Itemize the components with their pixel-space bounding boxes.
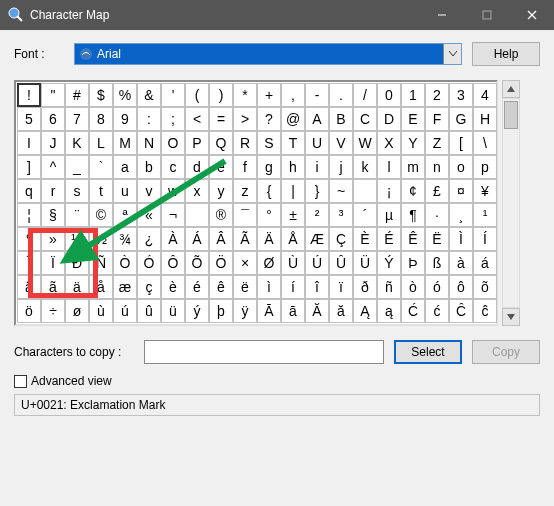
char-cell[interactable]: A bbox=[305, 107, 329, 131]
char-cell[interactable]: . bbox=[329, 83, 353, 107]
char-cell[interactable]: I bbox=[17, 131, 41, 155]
char-cell[interactable]: ã bbox=[41, 275, 65, 299]
char-cell[interactable]: # bbox=[65, 83, 89, 107]
char-cell[interactable]: n bbox=[425, 155, 449, 179]
char-cell[interactable]: Ñ bbox=[89, 251, 113, 275]
char-cell[interactable]: 0 bbox=[377, 83, 401, 107]
char-cell[interactable]: ć bbox=[425, 299, 449, 323]
char-cell[interactable]: T bbox=[281, 131, 305, 155]
char-cell[interactable]: ā bbox=[281, 299, 305, 323]
char-cell[interactable]: Ă bbox=[305, 299, 329, 323]
char-cell[interactable]: Æ bbox=[305, 227, 329, 251]
char-cell[interactable]: : bbox=[137, 107, 161, 131]
char-cell[interactable]: þ bbox=[209, 299, 233, 323]
char-cell[interactable]: « bbox=[137, 203, 161, 227]
char-cell[interactable]: J bbox=[41, 131, 65, 155]
char-cell[interactable]: § bbox=[41, 203, 65, 227]
char-cell[interactable]: ® bbox=[209, 203, 233, 227]
char-cell[interactable]: ¬ bbox=[161, 203, 185, 227]
char-cell[interactable]: S bbox=[257, 131, 281, 155]
char-cell[interactable]: > bbox=[233, 107, 257, 131]
char-cell[interactable]: x bbox=[185, 179, 209, 203]
char-cell[interactable]: ' bbox=[161, 83, 185, 107]
char-cell[interactable]: y bbox=[209, 179, 233, 203]
char-cell[interactable]: ] bbox=[17, 155, 41, 179]
char-cell[interactable]: + bbox=[257, 83, 281, 107]
scroll-up-icon[interactable] bbox=[502, 80, 520, 98]
char-cell[interactable]: Ë bbox=[425, 227, 449, 251]
char-cell[interactable]: ê bbox=[209, 275, 233, 299]
char-cell[interactable]: ? bbox=[257, 107, 281, 131]
char-cell[interactable]: ª bbox=[113, 203, 137, 227]
char-cell[interactable]: r bbox=[41, 179, 65, 203]
scroll-thumb[interactable] bbox=[504, 101, 518, 129]
char-cell[interactable]: Í bbox=[473, 227, 497, 251]
char-cell[interactable]: K bbox=[65, 131, 89, 155]
char-cell[interactable]: V bbox=[329, 131, 353, 155]
char-cell[interactable]: B bbox=[329, 107, 353, 131]
char-cell[interactable]: Y bbox=[401, 131, 425, 155]
char-cell[interactable]: w bbox=[161, 179, 185, 203]
char-cell[interactable]: ¶ bbox=[401, 203, 425, 227]
char-cell[interactable]: G bbox=[449, 107, 473, 131]
char-cell[interactable]: Ï bbox=[41, 251, 65, 275]
char-cell[interactable]: Ĉ bbox=[449, 299, 473, 323]
char-cell[interactable]: 2 bbox=[425, 83, 449, 107]
char-cell[interactable]: ¥ bbox=[473, 179, 497, 203]
char-cell[interactable]: ý bbox=[185, 299, 209, 323]
char-cell[interactable]: , bbox=[281, 83, 305, 107]
char-cell[interactable]: ó bbox=[425, 275, 449, 299]
char-cell[interactable]: O bbox=[161, 131, 185, 155]
char-cell[interactable]: - bbox=[305, 83, 329, 107]
char-cell[interactable]: Ì bbox=[449, 227, 473, 251]
char-cell[interactable]: Î bbox=[17, 251, 41, 275]
char-cell[interactable]: Ã bbox=[233, 227, 257, 251]
char-cell[interactable]: ï bbox=[329, 275, 353, 299]
char-cell[interactable]: Å bbox=[281, 227, 305, 251]
char-cell[interactable]: µ bbox=[377, 203, 401, 227]
char-cell[interactable]: H bbox=[473, 107, 497, 131]
char-cell[interactable]: _ bbox=[65, 155, 89, 179]
char-cell[interactable]: q bbox=[17, 179, 41, 203]
char-cell[interactable]: j bbox=[329, 155, 353, 179]
char-cell[interactable]: ä bbox=[65, 275, 89, 299]
char-cell[interactable]: Û bbox=[329, 251, 353, 275]
char-cell[interactable]: 5 bbox=[17, 107, 41, 131]
char-cell[interactable]: à bbox=[449, 251, 473, 275]
char-cell[interactable]: Ô bbox=[161, 251, 185, 275]
char-cell[interactable]: © bbox=[89, 203, 113, 227]
char-cell[interactable]: ¦ bbox=[17, 203, 41, 227]
char-cell[interactable]: l bbox=[377, 155, 401, 179]
char-cell[interactable]: ø bbox=[65, 299, 89, 323]
char-cell[interactable]: f bbox=[233, 155, 257, 179]
char-cell[interactable]: Z bbox=[425, 131, 449, 155]
char-cell[interactable]: ÿ bbox=[233, 299, 257, 323]
char-cell[interactable]: F bbox=[425, 107, 449, 131]
char-cell[interactable]: 6 bbox=[41, 107, 65, 131]
maximize-button[interactable] bbox=[464, 0, 509, 30]
char-cell[interactable]: Ç bbox=[329, 227, 353, 251]
char-cell[interactable]: ~ bbox=[329, 179, 353, 203]
char-cell[interactable]: ^ bbox=[41, 155, 65, 179]
char-cell[interactable]: 7 bbox=[65, 107, 89, 131]
char-cell[interactable]: ü bbox=[161, 299, 185, 323]
char-cell[interactable]: õ bbox=[473, 275, 497, 299]
char-cell[interactable]: } bbox=[305, 179, 329, 203]
char-cell[interactable]: ñ bbox=[377, 275, 401, 299]
char-cell[interactable]: Ä bbox=[257, 227, 281, 251]
char-cell[interactable]: L bbox=[89, 131, 113, 155]
char-cell[interactable]: Þ bbox=[401, 251, 425, 275]
char-cell[interactable]: è bbox=[161, 275, 185, 299]
char-cell[interactable]: d bbox=[185, 155, 209, 179]
char-cell[interactable]: ³ bbox=[329, 203, 353, 227]
char-cell[interactable]: ú bbox=[113, 299, 137, 323]
char-cell[interactable]: Ć bbox=[401, 299, 425, 323]
char-cell[interactable]: æ bbox=[113, 275, 137, 299]
char-cell[interactable]: Â bbox=[209, 227, 233, 251]
chevron-down-icon[interactable] bbox=[443, 44, 461, 64]
char-cell[interactable]: Ø bbox=[257, 251, 281, 275]
char-cell[interactable] bbox=[353, 179, 377, 203]
chars-to-copy-input[interactable] bbox=[144, 340, 384, 364]
char-cell[interactable]: W bbox=[353, 131, 377, 155]
char-cell[interactable]: U bbox=[305, 131, 329, 155]
